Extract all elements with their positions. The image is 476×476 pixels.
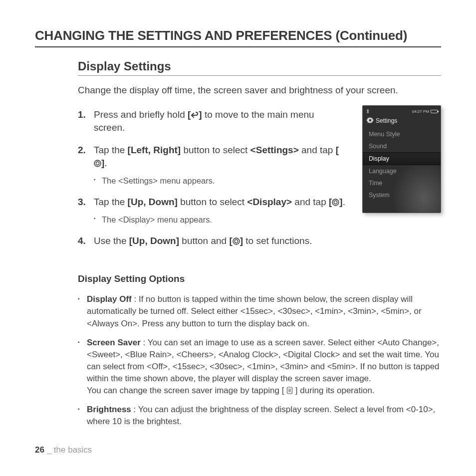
menu-icon: [286, 386, 293, 393]
device-header: Settings: [363, 117, 441, 128]
step-item: 4. Use the [Up, Down] button and [] to s…: [78, 235, 346, 248]
options-area: Display Setting Options Display Off : If…: [78, 273, 441, 428]
step-text: Tap the: [94, 145, 128, 155]
options-list: Display Off : If no button is tapped wit…: [78, 293, 441, 428]
step-bold: <Display>: [247, 197, 292, 207]
step-item: 1. Press and briefly hold [] to move to …: [78, 108, 346, 135]
option-desc: You can change the screen saver image by…: [87, 386, 286, 395]
chapter-name: the basics: [54, 445, 92, 455]
step-text: button to select: [181, 145, 250, 155]
center-button-icon: [94, 158, 101, 165]
step-text: .: [104, 158, 107, 168]
step-number: 1.: [78, 108, 86, 122]
options-title: Display Setting Options: [78, 273, 441, 284]
device-time: 04:27 PM: [412, 109, 429, 114]
step-number: 3.: [78, 196, 86, 209]
svg-point-0: [94, 160, 101, 167]
step-text: Press and briefly hold: [94, 109, 188, 120]
step-sub-bullet: The <Display> menu appears.: [94, 214, 346, 226]
option-name: Display Off: [87, 294, 132, 304]
page-title: CHANGING THE SETTINGS AND PREFERENCES (C…: [35, 28, 441, 47]
step-text: .: [343, 197, 345, 207]
svg-point-5: [235, 239, 238, 242]
step-bold: [Up, Down]: [129, 236, 179, 246]
device-menu-item: Menu Style: [363, 128, 441, 140]
device-menu-item: Time: [363, 177, 441, 189]
option-item: Brightness : You can adjust the brightne…: [78, 404, 441, 428]
svg-point-2: [332, 199, 339, 206]
bt-icon: [366, 109, 370, 115]
device-screenshot: 04:27 PM Settings Menu Style Sound Displ…: [362, 105, 441, 213]
option-sep: :: [131, 405, 138, 414]
option-desc: ] during its operation.: [293, 386, 374, 395]
option-sep: :: [132, 294, 139, 304]
option-item: Display Off : If no button is tapped wit…: [78, 293, 441, 329]
device-header-label: Settings: [376, 117, 397, 124]
page-number: 26: [35, 445, 44, 455]
step-text: Tap the: [94, 197, 128, 207]
gear-icon: [367, 117, 374, 125]
option-sep: :: [141, 338, 148, 347]
steps-area: 04:27 PM Settings Menu Style Sound Displ…: [78, 108, 441, 248]
device-menu-item: Sound: [363, 140, 441, 152]
step-item: 3. Tap the [Up, Down] button to select <…: [78, 196, 346, 226]
svg-point-4: [233, 238, 239, 244]
step-text: to set functions.: [243, 236, 312, 246]
option-desc: You can adjust the brightness of the dis…: [87, 405, 435, 426]
svg-point-3: [334, 201, 337, 204]
svg-point-1: [96, 162, 99, 165]
option-name: Brightness: [87, 405, 131, 414]
step-bold: [Left, Right]: [128, 145, 181, 155]
step-text: and tap: [292, 197, 329, 207]
section-title: Display Settings: [78, 59, 441, 76]
step-item: 2. Tap the [Left, Right] button to selec…: [78, 144, 346, 187]
step-bold: <Settings>: [250, 145, 299, 155]
step-number: 2.: [78, 144, 86, 157]
device-menu: Menu Style Sound Display Language Time S…: [363, 128, 441, 201]
section-intro: Change the display off time, the screen …: [78, 84, 441, 97]
device-statusbar: 04:27 PM: [363, 109, 441, 117]
device-menu-item-selected: Display: [363, 152, 441, 165]
step-text: Use the: [94, 236, 129, 246]
center-button-icon: [233, 236, 240, 243]
step-sub-bullet: The <Settings> menu appears.: [94, 175, 346, 187]
footer-sep: _: [44, 445, 54, 455]
option-item: Screen Saver : You can set an image to u…: [78, 337, 441, 397]
page-footer: 26 _ the basics: [35, 445, 92, 455]
device-menu-item: System: [363, 189, 441, 201]
content-block: Display Settings Change the display off …: [35, 59, 441, 428]
device-menu-item: Language: [363, 165, 441, 177]
step-text: and tap: [299, 145, 336, 155]
step-bold: [Up, Down]: [128, 197, 178, 207]
bracket-open: [: [336, 145, 339, 155]
option-name: Screen Saver: [87, 338, 141, 347]
back-icon: [191, 109, 199, 116]
step-text: button to select: [178, 197, 247, 207]
step-number: 4.: [78, 235, 86, 248]
center-button-icon: [332, 197, 339, 204]
battery-icon: [431, 110, 438, 113]
step-text: button and: [179, 236, 229, 246]
